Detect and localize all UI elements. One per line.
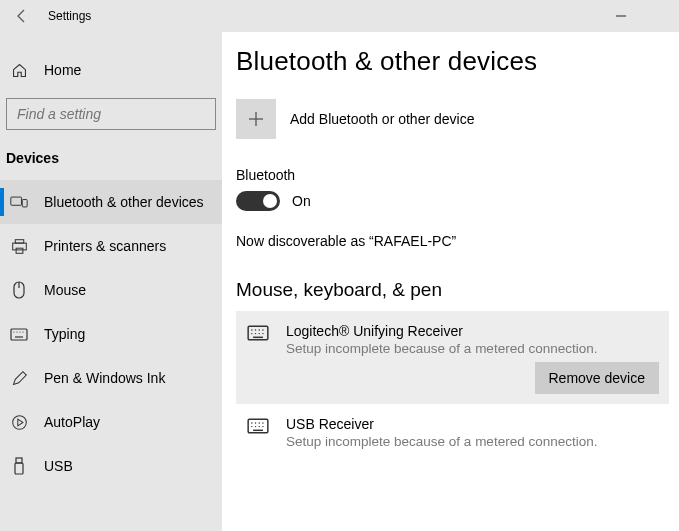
svg-rect-2 — [22, 200, 27, 207]
bluetooth-toggle[interactable] — [236, 191, 280, 211]
svg-point-11 — [19, 331, 20, 332]
main-panel: Bluetooth & other devices Add Bluetooth … — [222, 32, 679, 531]
svg-point-36 — [258, 426, 259, 427]
svg-point-9 — [13, 331, 14, 332]
svg-rect-16 — [15, 463, 23, 474]
svg-point-14 — [12, 415, 26, 429]
sidebar: Home Devices Bluetooth & other devices P… — [0, 32, 222, 531]
search-input[interactable] — [6, 98, 216, 130]
device-name: USB Receiver — [286, 416, 657, 432]
keyboard-icon — [244, 323, 272, 356]
svg-rect-8 — [11, 329, 27, 340]
sidebar-item-printers[interactable]: Printers & scanners — [0, 224, 222, 268]
svg-point-25 — [255, 333, 256, 334]
autoplay-icon — [10, 414, 28, 431]
keyboard-icon — [10, 328, 28, 341]
sidebar-item-autoplay[interactable]: AutoPlay — [0, 400, 222, 444]
sidebar-item-label: USB — [44, 458, 73, 474]
bluetooth-state: On — [292, 193, 311, 209]
svg-rect-5 — [16, 248, 23, 253]
titlebar: Settings — [0, 0, 679, 32]
svg-point-26 — [258, 333, 259, 334]
add-device-button[interactable]: Add Bluetooth or other device — [236, 99, 669, 139]
bluetooth-label: Bluetooth — [236, 167, 669, 183]
sidebar-group-header: Devices — [0, 142, 222, 180]
svg-point-32 — [258, 422, 259, 423]
svg-point-23 — [262, 329, 263, 330]
sidebar-item-bluetooth[interactable]: Bluetooth & other devices — [0, 180, 222, 224]
svg-point-33 — [262, 422, 263, 423]
device-subtext: Setup incomplete because of a metered co… — [286, 434, 657, 449]
home-icon — [10, 62, 28, 79]
printer-icon — [10, 238, 28, 255]
sidebar-item-label: Printers & scanners — [44, 238, 166, 254]
device-name: Logitech® Unifying Receiver — [286, 323, 657, 339]
page-title: Bluetooth & other devices — [236, 46, 669, 77]
sidebar-item-pen[interactable]: Pen & Windows Ink — [0, 356, 222, 400]
svg-rect-4 — [12, 243, 26, 250]
svg-rect-15 — [16, 458, 22, 463]
back-button[interactable] — [0, 0, 44, 32]
sidebar-home-label: Home — [44, 62, 81, 78]
remove-device-button[interactable]: Remove device — [535, 362, 660, 394]
device-item[interactable]: USB Receiver Setup incomplete because of… — [236, 404, 669, 461]
svg-point-27 — [262, 333, 263, 334]
svg-point-21 — [255, 329, 256, 330]
svg-point-20 — [251, 329, 252, 330]
pen-icon — [10, 370, 28, 387]
discoverable-text: Now discoverable as “RAFAEL-PC” — [236, 233, 669, 249]
sidebar-item-label: Typing — [44, 326, 85, 342]
sidebar-item-label: Pen & Windows Ink — [44, 370, 165, 386]
sidebar-item-label: AutoPlay — [44, 414, 100, 430]
svg-point-34 — [251, 426, 252, 427]
svg-point-30 — [251, 422, 252, 423]
add-device-label: Add Bluetooth or other device — [290, 111, 474, 127]
window-title: Settings — [48, 9, 91, 23]
sidebar-item-typing[interactable]: Typing — [0, 312, 222, 356]
sidebar-item-label: Mouse — [44, 282, 86, 298]
device-item[interactable]: Logitech® Unifying Receiver Setup incomp… — [236, 311, 669, 404]
sidebar-item-usb[interactable]: USB — [0, 444, 222, 488]
svg-point-12 — [22, 331, 23, 332]
svg-point-35 — [255, 426, 256, 427]
keyboard-icon — [244, 416, 272, 449]
svg-point-37 — [262, 426, 263, 427]
mouse-icon — [10, 281, 28, 299]
sidebar-item-mouse[interactable]: Mouse — [0, 268, 222, 312]
device-subtext: Setup incomplete because of a metered co… — [286, 341, 657, 356]
svg-point-31 — [255, 422, 256, 423]
devices-icon — [10, 194, 28, 210]
sidebar-item-label: Bluetooth & other devices — [44, 194, 204, 210]
sidebar-home[interactable]: Home — [0, 48, 222, 92]
svg-point-10 — [16, 331, 17, 332]
section-header: Mouse, keyboard, & pen — [236, 279, 669, 301]
minimize-button[interactable] — [599, 0, 643, 32]
usb-icon — [10, 457, 28, 475]
plus-icon — [236, 99, 276, 139]
svg-point-22 — [258, 329, 259, 330]
svg-rect-1 — [11, 197, 22, 205]
svg-point-24 — [251, 333, 252, 334]
